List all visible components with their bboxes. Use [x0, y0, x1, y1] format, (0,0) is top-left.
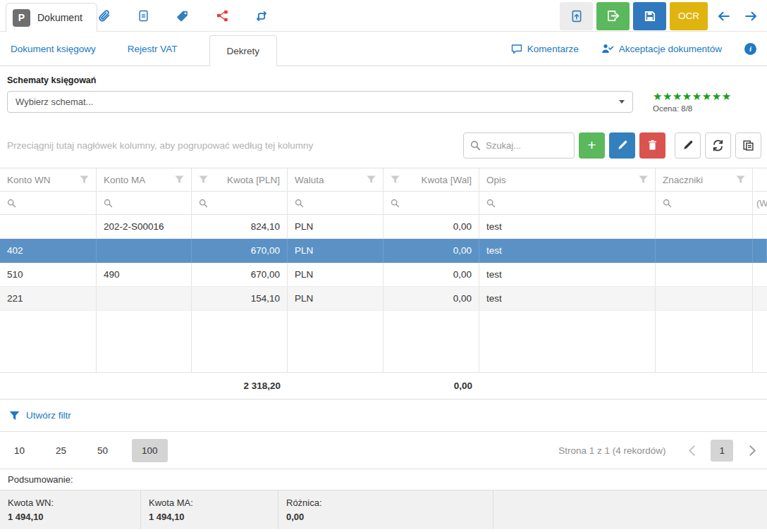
ocr-button[interactable]: OCR [670, 2, 708, 30]
comment-icon [511, 44, 522, 54]
filter-icon[interactable] [80, 175, 89, 184]
summary-footer: Podsumowanie: Kwota WN: 1 494,10 Kwota M… [0, 469, 767, 529]
filter-icon[interactable] [639, 175, 648, 184]
filter-cell-kwota-wal[interactable] [384, 192, 479, 215]
tag-icon[interactable] [173, 7, 192, 25]
tab-dekrety[interactable]: Dekrety [209, 35, 278, 66]
file-export-icon [606, 9, 620, 23]
summary-kwota-ma-cell: Kwota MA: 1 494,10 [141, 490, 278, 529]
summary-filler-cell [493, 490, 767, 529]
filter-icon[interactable] [736, 175, 745, 184]
edit-row-button[interactable] [609, 132, 635, 159]
save-icon [644, 10, 656, 23]
comments-link[interactable]: Komentarze [511, 44, 579, 54]
pencil-dark-icon [682, 140, 694, 151]
rating: ★★★★★★★★ Ocena: 8/8 [653, 91, 732, 113]
file-icon[interactable] [134, 7, 152, 25]
document-tab[interactable]: P Dokument [6, 3, 97, 32]
top-toolbar: P Dokument [0, 0, 767, 32]
search-icon [663, 199, 672, 208]
file-upload-button[interactable] [560, 2, 593, 30]
filter-cell-extra[interactable]: (Wszystkie) [753, 192, 767, 215]
person-check-icon [601, 43, 614, 54]
delete-row-button[interactable] [639, 132, 665, 159]
document-tab-label: Dokument [37, 12, 82, 23]
refresh-button[interactable] [705, 132, 731, 159]
repeat-icon[interactable] [252, 7, 271, 25]
table-row[interactable]: 510 490 670,00 PLN 0,00 test [0, 263, 767, 287]
chevron-down-icon [619, 100, 625, 104]
pencil-icon [617, 140, 628, 151]
filter-icon[interactable] [367, 175, 376, 184]
chevron-left-icon[interactable] [684, 443, 699, 458]
paperclip-icon[interactable] [94, 7, 113, 25]
column-header-konto-wn[interactable]: Konto WN [0, 168, 97, 192]
tab-bar-links: Komentarze Akceptacje dokumentów i [511, 43, 756, 55]
page-size-50[interactable]: 50 [90, 439, 115, 462]
column-header-extra [753, 168, 767, 192]
summary-kwota-pln: 2 318,20 [192, 373, 288, 400]
search-input[interactable] [486, 140, 567, 151]
rating-label: Ocena: 8/8 [653, 104, 732, 113]
save-button[interactable] [633, 2, 666, 30]
summary-roznica-cell: Różnica: 0,00 [278, 490, 493, 529]
page-size-10[interactable]: 10 [7, 439, 32, 462]
filter-icon[interactable] [199, 175, 208, 184]
pager: 10 25 50 100 Strona 1 z 1 (4 rekordów) 1 [0, 432, 767, 469]
filter-cell-znaczniki[interactable] [656, 192, 753, 215]
arrow-left-icon[interactable] [711, 2, 735, 30]
filter-cell-waluta[interactable] [288, 192, 384, 215]
group-by-hint: Przeciągnij tutaj nagłówek kolumny, aby … [7, 140, 313, 151]
schemat-select[interactable]: Wybierz schemat... [7, 91, 633, 113]
column-header-kwota-pln[interactable]: Kwota [PLN] [192, 168, 288, 192]
schematy-section: Schematy księgowań Wybierz schemat... ★★… [0, 66, 767, 113]
grid-filter-row: (Wszystkie) [0, 192, 767, 215]
filter-cell-konto-ma[interactable] [97, 192, 192, 215]
grid-empty-area [0, 311, 767, 373]
table-row[interactable]: 202-2-S00016 824,10 PLN 0,00 test [0, 215, 767, 239]
document-icon-bar [94, 0, 271, 32]
edit-alt-button[interactable] [675, 132, 701, 159]
search-icon [7, 199, 16, 208]
chevron-right-icon[interactable] [744, 443, 760, 458]
create-filter-link[interactable]: Utwórz filtr [0, 400, 767, 432]
pager-info: Strona 1 z 1 (4 rekordów) [558, 445, 665, 456]
filter-cell-kwota-pln[interactable] [192, 192, 288, 215]
share-icon[interactable] [213, 7, 231, 25]
search-icon [104, 199, 113, 208]
summary-kwota-wn-cell: Kwota WN: 1 494,10 [0, 490, 141, 529]
acceptances-link[interactable]: Akceptacje dokumentów [601, 43, 722, 54]
add-row-button[interactable]: + [579, 132, 605, 159]
filter-icon[interactable] [175, 175, 184, 184]
file-upload-icon [570, 10, 583, 23]
grid-toolbar: Przeciągnij tutaj nagłówek kolumny, aby … [0, 132, 767, 159]
rating-stars[interactable]: ★★★★★★★★ [653, 91, 732, 102]
schemat-select-placeholder: Wybierz schemat... [16, 97, 93, 107]
column-header-kwota-wal[interactable]: Kwota [Wal] [384, 168, 479, 192]
column-header-znaczniki[interactable]: Znaczniki [656, 168, 753, 192]
export-button[interactable] [596, 2, 630, 30]
tab-bar: Dokument księgowy Rejestr VAT Dekrety Ko… [0, 32, 767, 66]
copy-button[interactable] [735, 132, 761, 159]
filter-icon[interactable] [391, 175, 400, 184]
column-header-konto-ma[interactable]: Konto MA [97, 168, 192, 192]
filter-cell-konto-wn[interactable] [0, 192, 97, 215]
page-size-25[interactable]: 25 [49, 439, 73, 462]
search-icon [486, 199, 496, 208]
search-icon [295, 199, 304, 208]
filter-cell-opis[interactable] [479, 192, 656, 215]
column-header-opis[interactable]: Opis [479, 168, 656, 192]
grid-header-row: Konto WN Konto MA Kwota [PLN] Waluta Kwo… [0, 168, 767, 192]
search-box [463, 132, 575, 159]
page-number-button[interactable]: 1 [711, 440, 733, 462]
column-header-waluta[interactable]: Waluta [288, 168, 384, 192]
table-row-selected[interactable]: 402 670,00 PLN 0,00 test [0, 239, 767, 263]
arrow-right-icon[interactable] [739, 2, 763, 30]
table-row[interactable]: 221 154,10 PLN 0,00 test [0, 287, 767, 311]
document-badge: P [13, 9, 30, 27]
tab-dokument-ksiegowy[interactable]: Dokument księgowy [11, 44, 96, 54]
page-size-100[interactable]: 100 [132, 439, 168, 462]
info-icon[interactable]: i [744, 43, 756, 55]
summary-kwota-wal: 0,00 [384, 373, 479, 400]
tab-rejestr-vat[interactable]: Rejestr VAT [128, 44, 178, 54]
